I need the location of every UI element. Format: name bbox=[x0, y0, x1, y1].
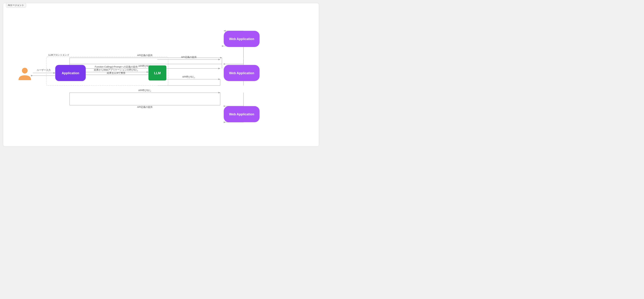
label-function-line1: Function CallingかPromptへの定義の提供 bbox=[95, 66, 138, 68]
llm-frontend-label: LLMフロントエンド bbox=[48, 54, 69, 56]
label-api-call-bot: API呼び出し bbox=[138, 89, 152, 92]
label-api-call-mid: API呼び出し bbox=[182, 76, 195, 78]
diagram-area: API定義の提供 API呼び出し API定義の提供 API呼び出し API呼び出… bbox=[3, 3, 319, 146]
main-container: AIエージェント API定義の提供 bbox=[3, 3, 319, 146]
label-api-def-mid: API定義の提供 bbox=[181, 56, 196, 58]
diagram-svg: API定義の提供 API呼び出し API定義の提供 API呼び出し API呼び出… bbox=[3, 3, 319, 146]
webapp1-node-label: Web Application bbox=[229, 37, 254, 41]
label-function-line3: 結果をLLMで整形 bbox=[107, 72, 126, 74]
label-user-input: ユーザー入力 bbox=[37, 69, 51, 71]
llm-node-label: LLM bbox=[154, 71, 161, 75]
label-api-def-top: API定義の提供 bbox=[137, 54, 152, 56]
label-api-def-bot: API定義の提供 bbox=[137, 106, 152, 108]
svg-point-3 bbox=[22, 68, 28, 74]
title-badge: AIエージェント bbox=[6, 3, 26, 8]
webapp3-node-label: Web Application bbox=[229, 112, 254, 116]
webapp2-node-label: Web Application bbox=[229, 71, 254, 75]
application-node-label: Application bbox=[62, 71, 79, 75]
label-function-line2: 結果からWebアプリケーションの呼び出し bbox=[94, 68, 138, 71]
user-person-icon bbox=[18, 68, 31, 80]
